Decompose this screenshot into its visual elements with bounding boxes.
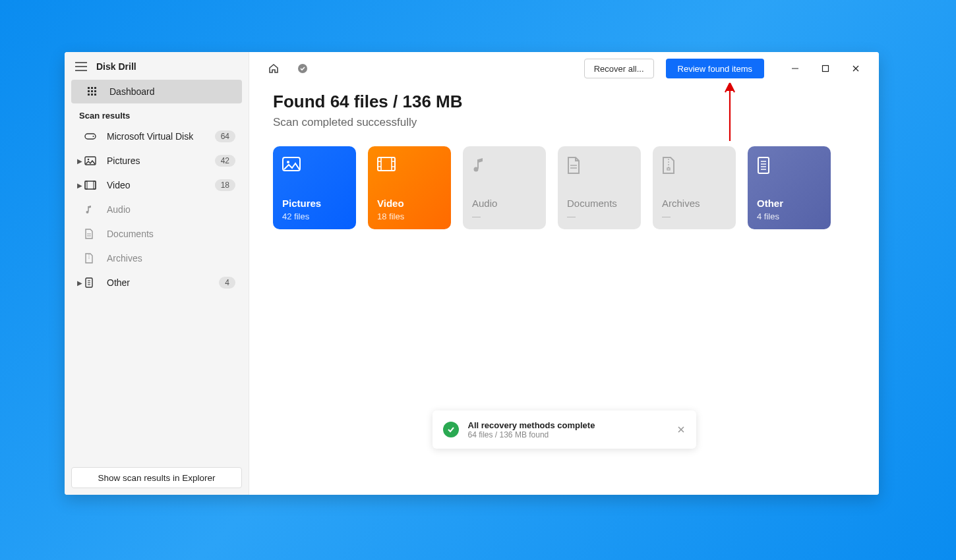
nav-disk[interactable]: Microsoft Virtual Disk 64 bbox=[71, 125, 242, 148]
count-badge: 64 bbox=[215, 130, 235, 142]
film-icon bbox=[377, 157, 442, 177]
maximize-icon[interactable] bbox=[810, 59, 841, 78]
content: Found 64 files / 136 MB Scan completed s… bbox=[249, 85, 879, 242]
nav-video[interactable]: ▶ Video 18 bbox=[71, 173, 242, 197]
headline: Found 64 files / 136 MB bbox=[273, 92, 855, 112]
nav-label: Archives bbox=[107, 253, 235, 264]
nav-label: Dashboard bbox=[109, 86, 235, 97]
svg-point-16 bbox=[86, 211, 89, 213]
svg-rect-0 bbox=[88, 87, 90, 89]
card-documents[interactable]: Documents — bbox=[558, 146, 641, 229]
document-icon bbox=[567, 157, 632, 177]
nav-label: Pictures bbox=[107, 155, 215, 166]
svg-point-21 bbox=[287, 161, 289, 163]
app-title: Disk Drill bbox=[96, 61, 136, 72]
svg-point-12 bbox=[88, 159, 90, 161]
card-pictures[interactable]: Pictures 42 files bbox=[273, 146, 356, 229]
other-icon bbox=[757, 157, 822, 177]
card-count: — bbox=[662, 211, 727, 221]
film-icon bbox=[84, 181, 107, 190]
toolbar: Recover all... Review found items bbox=[249, 52, 879, 85]
review-found-items-button[interactable]: Review found items bbox=[666, 59, 764, 78]
svg-rect-13 bbox=[85, 181, 96, 189]
nav-dashboard[interactable]: Dashboard bbox=[71, 80, 242, 103]
svg-rect-3 bbox=[88, 90, 90, 92]
hamburger-icon[interactable] bbox=[75, 62, 87, 71]
nav-archives[interactable]: Archives bbox=[71, 246, 242, 270]
archive-icon bbox=[84, 253, 107, 264]
music-icon bbox=[472, 157, 537, 177]
archive-icon bbox=[662, 157, 727, 177]
svg-rect-2 bbox=[94, 87, 96, 89]
nav-label: Microsoft Virtual Disk bbox=[107, 131, 215, 142]
svg-point-23 bbox=[474, 167, 479, 172]
toast-title: All recovery methods complete bbox=[468, 420, 595, 430]
svg-rect-14 bbox=[85, 181, 87, 189]
count-badge: 42 bbox=[215, 155, 235, 167]
card-count: 18 files bbox=[377, 211, 442, 221]
document-icon bbox=[84, 229, 107, 239]
nav-label: Video bbox=[107, 180, 215, 190]
recover-all-button[interactable]: Recover all... bbox=[584, 59, 654, 78]
chevron-right-icon: ▶ bbox=[75, 182, 84, 189]
card-title: Video bbox=[377, 198, 442, 209]
card-title: Audio bbox=[472, 198, 537, 209]
main-pane: Recover all... Review found items Found … bbox=[249, 52, 879, 495]
image-icon bbox=[282, 157, 347, 177]
svg-rect-19 bbox=[823, 66, 829, 72]
card-title: Other bbox=[757, 198, 822, 209]
nav-label: Documents bbox=[107, 229, 235, 239]
window-controls bbox=[780, 59, 871, 78]
music-icon bbox=[84, 204, 107, 215]
svg-rect-4 bbox=[91, 90, 93, 92]
svg-rect-8 bbox=[94, 94, 96, 96]
other-icon bbox=[84, 277, 107, 288]
svg-point-10 bbox=[93, 136, 94, 137]
svg-rect-5 bbox=[94, 90, 96, 92]
nav-label: Audio bbox=[107, 204, 235, 215]
card-video[interactable]: Video 18 files bbox=[368, 146, 451, 229]
card-count: — bbox=[567, 211, 632, 221]
app-window: Disk Drill Dashboard Scan results Micros… bbox=[65, 52, 879, 495]
svg-rect-9 bbox=[85, 134, 96, 139]
svg-rect-24 bbox=[667, 168, 670, 170]
cards-row: Pictures 42 files Video 18 files Audio — bbox=[273, 146, 855, 229]
toast-text: All recovery methods complete 64 files /… bbox=[468, 420, 595, 439]
show-in-explorer-button[interactable]: Show scan results in Explorer bbox=[71, 467, 242, 488]
section-header: Scan results bbox=[71, 104, 242, 125]
card-title: Pictures bbox=[282, 198, 347, 209]
card-count: 4 files bbox=[757, 211, 822, 221]
minimize-icon[interactable] bbox=[780, 59, 810, 78]
subline: Scan completed successfully bbox=[273, 116, 855, 129]
card-count: 42 files bbox=[282, 211, 347, 221]
count-badge: 18 bbox=[215, 179, 235, 191]
close-icon[interactable] bbox=[841, 59, 871, 78]
sidebar-list: Dashboard Scan results Microsoft Virtual… bbox=[65, 80, 249, 461]
nav-documents[interactable]: Documents bbox=[71, 222, 242, 246]
card-title: Archives bbox=[662, 198, 727, 209]
count-badge: 4 bbox=[219, 277, 235, 289]
card-other[interactable]: Other 4 files bbox=[748, 146, 831, 229]
close-icon[interactable] bbox=[676, 425, 686, 434]
card-count: — bbox=[472, 211, 537, 221]
svg-rect-25 bbox=[758, 157, 769, 173]
card-archives[interactable]: Archives — bbox=[653, 146, 736, 229]
nav-audio[interactable]: Audio bbox=[71, 198, 242, 221]
chevron-right-icon: ▶ bbox=[75, 157, 84, 165]
home-icon[interactable] bbox=[265, 60, 282, 77]
nav-pictures[interactable]: ▶ Pictures 42 bbox=[71, 149, 242, 173]
toast-subtitle: 64 files / 136 MB found bbox=[468, 430, 595, 439]
card-audio[interactable]: Audio — bbox=[463, 146, 546, 229]
check-badge-icon bbox=[294, 60, 311, 77]
svg-rect-15 bbox=[94, 181, 96, 189]
nav-other[interactable]: ▶ Other 4 bbox=[71, 271, 242, 294]
nav-sub: Microsoft Virtual Disk 64 ▶ Pictures 42 … bbox=[71, 125, 242, 294]
svg-rect-7 bbox=[91, 94, 93, 96]
sidebar-header: Disk Drill bbox=[65, 52, 249, 80]
svg-rect-1 bbox=[91, 87, 93, 89]
card-title: Documents bbox=[567, 198, 632, 209]
chevron-right-icon: ▶ bbox=[75, 279, 84, 287]
svg-rect-22 bbox=[378, 157, 395, 171]
toast: All recovery methods complete 64 files /… bbox=[433, 410, 696, 449]
image-icon bbox=[84, 156, 107, 165]
